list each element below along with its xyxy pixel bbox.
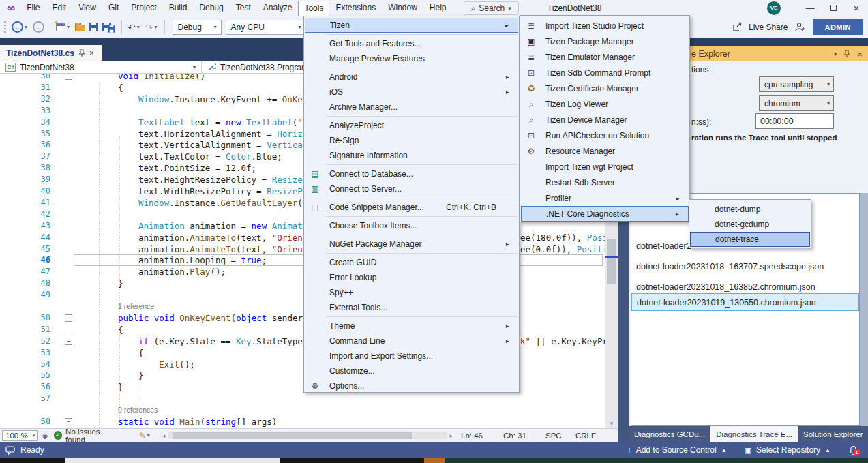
menubar-test[interactable]: Test bbox=[230, 1, 257, 16]
space-mode-indicator[interactable]: SPC bbox=[545, 432, 575, 440]
menu-item-options[interactable]: ⚙Options... bbox=[305, 378, 518, 393]
menubar-window[interactable]: Window bbox=[382, 1, 423, 16]
menu-item-dotnet-trace[interactable]: dotnet-trace bbox=[690, 232, 810, 247]
solution-platform-dropdown[interactable]: Any CPU ▾ bbox=[226, 20, 306, 35]
close-tab-icon[interactable]: × bbox=[89, 48, 94, 58]
menubar-tools[interactable]: Tools bbox=[298, 1, 329, 16]
codelens-row[interactable]: 0 references bbox=[0, 404, 605, 416]
menu-item-re-sign[interactable]: Re-Sign bbox=[305, 133, 518, 148]
notifications-button[interactable]: 1 bbox=[848, 445, 858, 455]
live-share-label[interactable]: Live Share bbox=[749, 23, 788, 32]
menu-item-connect-to-server[interactable]: ▥Connect to Server... bbox=[305, 181, 518, 196]
menu-item-spy[interactable]: Spy++ bbox=[305, 285, 518, 300]
menu-item-choose-toolbox-items[interactable]: Choose Toolbox Items... bbox=[305, 218, 518, 233]
scrollbar-thumb[interactable] bbox=[607, 239, 616, 284]
menu-item-resource-manager[interactable]: ⚙Resource Manager bbox=[521, 143, 689, 159]
select-repository-button[interactable]: ▣ Select Repository ▲ bbox=[745, 445, 830, 455]
menu-item-archive-manager[interactable]: Archive Manager... bbox=[305, 100, 518, 115]
fold-collapse-icon[interactable]: − bbox=[65, 338, 72, 345]
toolbar-grip[interactable] bbox=[4, 21, 6, 33]
code-line-57[interactable]: 57 bbox=[0, 393, 605, 404]
menu-item-tizen[interactable]: Tizen▸ bbox=[305, 18, 518, 33]
panel-tab-solution-explorer[interactable]: Solution Explorer bbox=[798, 426, 868, 442]
scroll-left-icon[interactable]: ◂ bbox=[162, 432, 166, 439]
new-project-button[interactable]: ▾ bbox=[54, 19, 73, 35]
undo-button[interactable]: ↶▾ bbox=[125, 19, 143, 35]
menu-item-get-tools-and-features[interactable]: Get Tools and Features... bbox=[305, 36, 518, 51]
editor-health-icon[interactable]: ◈ bbox=[42, 431, 48, 440]
trace-profile-dropdown[interactable]: cpu-sampling ▾ bbox=[759, 76, 834, 92]
add-to-source-control-button[interactable]: ↑ Add to Source Control ▲ bbox=[627, 445, 727, 455]
codelens-references[interactable]: 0 references bbox=[118, 404, 158, 416]
menu-item-dotnet-gcdump[interactable]: dotnet-gcdump bbox=[690, 217, 810, 232]
fold-collapse-icon[interactable]: − bbox=[65, 418, 72, 425]
menu-item-theme[interactable]: Theme▸ bbox=[305, 318, 518, 333]
output-format-dropdown[interactable]: chromium ▾ bbox=[759, 95, 834, 111]
close-button[interactable]: × bbox=[845, 0, 868, 16]
menu-item-run-apichecker-on-solution[interactable]: ⊡Run APIChecker on Solution bbox=[521, 128, 689, 143]
solution-configuration-dropdown[interactable]: Debug ▾ bbox=[173, 20, 222, 35]
restore-button[interactable] bbox=[822, 0, 845, 16]
panel-tab-diagnostics-trace-e[interactable]: Diagnostics Trace E... bbox=[710, 426, 798, 442]
window-position-icon[interactable]: ▾ bbox=[834, 50, 837, 57]
menubar-debug[interactable]: Debug bbox=[193, 1, 229, 16]
pin-icon[interactable] bbox=[78, 49, 85, 57]
save-all-button[interactable] bbox=[100, 19, 118, 35]
menu-item-android[interactable]: Android▸ bbox=[305, 70, 518, 85]
menu-item-import-tizen-wgt-project[interactable]: Import Tizen wgt Project bbox=[521, 159, 689, 175]
redo-button[interactable]: ↷▾ bbox=[143, 19, 161, 35]
document-tab[interactable]: TizenDotNet38.cs × bbox=[0, 45, 102, 61]
issues-status[interactable]: No issues found bbox=[65, 428, 120, 444]
menu-item-import-and-export-settings[interactable]: Import and Export Settings... bbox=[305, 348, 518, 363]
menu-item-tizen-certificate-manager[interactable]: ✪Tizen Certificate Manager bbox=[521, 80, 689, 96]
menu-item-net-core-diagnostics[interactable]: .NET Core Diagnostics▸ bbox=[521, 206, 689, 222]
panel-scrollbar[interactable] bbox=[860, 193, 868, 426]
code-cleanup-icon[interactable]: ✎ bbox=[139, 431, 146, 440]
menu-item-nuget-package-manager[interactable]: NuGet Package Manager▸ bbox=[305, 237, 518, 252]
project-dropdown[interactable]: C# TizenDotNet38 ▾ bbox=[0, 61, 202, 73]
open-file-button[interactable] bbox=[73, 19, 87, 35]
zoom-dropdown[interactable]: 100 % ▾ bbox=[2, 430, 38, 441]
horizontal-scrollbar[interactable] bbox=[168, 432, 447, 439]
menu-item-import-tizen-studio-project[interactable]: ≣Import Tizen Studio Project bbox=[521, 18, 689, 33]
menu-item-tizen-emulator-manager[interactable]: ≣Tizen Emulator Manager bbox=[521, 49, 689, 65]
menu-item-tizen-log-viewer[interactable]: ⌕Tizen Log Viewer bbox=[521, 96, 689, 112]
add-user-icon[interactable] bbox=[794, 22, 806, 32]
user-avatar[interactable]: VE bbox=[767, 1, 781, 15]
menu-item-external-tools[interactable]: External Tools... bbox=[305, 300, 518, 315]
menu-item-command-line[interactable]: Command Line▸ bbox=[305, 333, 518, 348]
navigate-forward-button[interactable]: → bbox=[31, 19, 46, 35]
menu-item-profiler[interactable]: Profiler▸ bbox=[521, 190, 689, 206]
menu-item-signature-information[interactable]: Signature Information bbox=[305, 148, 518, 163]
menubar-view[interactable]: View bbox=[72, 1, 102, 16]
type-dropdown[interactable]: TizenDotNet38.Program bbox=[202, 61, 314, 73]
line-ending-indicator[interactable]: CRLF bbox=[575, 432, 618, 440]
menu-item-code-snippets-manager[interactable]: ▢Code Snippets Manager...Ctrl+K, Ctrl+B bbox=[305, 200, 518, 215]
menu-item-tizen-sdb-command-prompt[interactable]: ⊡Tizen Sdb Command Prompt bbox=[521, 65, 689, 80]
menubar-edit[interactable]: Edit bbox=[46, 1, 72, 16]
menu-item-customize[interactable]: Customize... bbox=[305, 363, 518, 378]
duration-input[interactable]: 00:00:00 bbox=[755, 113, 834, 129]
menu-item-create-guid[interactable]: Create GUID bbox=[305, 255, 518, 270]
close-panel-icon[interactable]: × bbox=[857, 49, 863, 59]
menu-item-ios[interactable]: iOS▸ bbox=[305, 85, 518, 100]
menu-item-analyzeproject[interactable]: AnalyzeProject bbox=[305, 118, 518, 133]
menu-item-dotnet-dump[interactable]: dotnet-dump bbox=[690, 202, 810, 217]
menu-item-restart-sdb-server[interactable]: Restart Sdb Server bbox=[521, 175, 689, 190]
menu-item-tizen-package-manager[interactable]: ▣Tizen Package Manager bbox=[521, 33, 689, 49]
trace-file-item[interactable]: dotnet-loader20231019_130550.chromium.js… bbox=[631, 293, 859, 311]
menubar-help[interactable]: Help bbox=[423, 1, 453, 16]
navigate-back-button[interactable]: ←▾ bbox=[10, 19, 31, 35]
minimize-button[interactable]: — bbox=[798, 0, 822, 16]
trace-file-item[interactable]: dotnet-loader20231018_163707.speedscope.… bbox=[631, 258, 859, 275]
scroll-right-icon[interactable]: ▸ bbox=[449, 432, 453, 439]
search-box[interactable]: ⌕ Search ▾ bbox=[464, 1, 519, 15]
menubar-build[interactable]: Build bbox=[163, 1, 194, 16]
codelens-references[interactable]: 1 reference bbox=[118, 301, 154, 312]
menubar-extensions[interactable]: Extensions bbox=[329, 1, 382, 16]
menubar-file[interactable]: File bbox=[20, 1, 46, 16]
admin-button[interactable]: ADMIN bbox=[813, 19, 863, 35]
menu-item-connect-to-database[interactable]: ▤Connect to Database... bbox=[305, 166, 518, 181]
save-button[interactable] bbox=[87, 19, 100, 35]
panel-tab-diagnostics-gcdu[interactable]: Diagnostics GCDu... bbox=[629, 426, 710, 442]
